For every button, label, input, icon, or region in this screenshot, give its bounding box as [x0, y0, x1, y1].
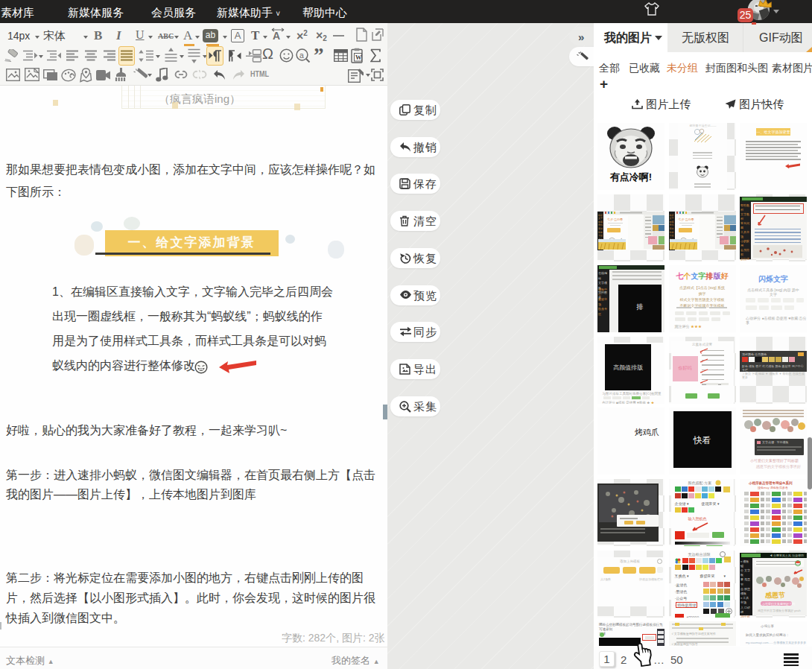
svg-text:W: W	[355, 54, 362, 61]
svg-text:a: a	[299, 51, 304, 60]
